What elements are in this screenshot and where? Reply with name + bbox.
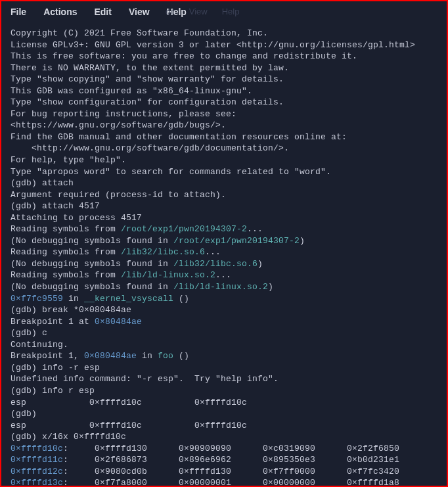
terminal-line: (gdb) attach: [11, 177, 437, 189]
terminal-line: Argument required (process-id to attach)…: [11, 189, 437, 201]
terminal-output[interactable]: Copyright (C) 2021 Free Software Foundat…: [1, 22, 447, 487]
terminal-line: License GPLv3+: GNU GPL version 3 or lat…: [11, 39, 437, 51]
terminal-line: There is NO WARRANTY, to the extent perm…: [11, 62, 437, 74]
terminal-line: 0×ffffd12c: 0×9080cd0b 0×ffffd130 0×f7ff…: [11, 466, 437, 478]
terminal-line: (gdb) break *0×080484ae: [11, 304, 437, 316]
terminal-line: <https://www.gnu.org/software/gdb/bugs/>…: [11, 120, 437, 131]
terminal-line: (No debugging symbols found in /lib32/li…: [11, 258, 437, 270]
terminal-line: (gdb) attach 4517: [11, 200, 437, 212]
terminal-line: Copyright (C) 2021 Free Software Foundat…: [11, 28, 437, 39]
terminal-line: 0×ffffd13c: 0×f7fa8000 0×00000001 0×0000…: [11, 477, 437, 487]
terminal-line: For bug reporting instructions, please s…: [11, 108, 437, 120]
terminal-line: <http://www.gnu.org/software/gdb/documen…: [11, 143, 437, 154]
terminal-line: (gdb): [11, 408, 437, 420]
terminal-line: (gdb) info -r esp: [11, 362, 437, 374]
terminal-line: Continuing.: [11, 339, 437, 351]
terminal-line: For help, type "help".: [11, 154, 437, 166]
terminal-line: (gdb) x/16x 0×ffffd10c: [11, 431, 437, 443]
menu-view[interactable]: View: [126, 5, 152, 18]
terminal-line: (No debugging symbols found in /lib/ld-l…: [11, 281, 437, 293]
terminal-line: (No debugging symbols found in /root/exp…: [11, 235, 437, 247]
terminal-line: This GDB was configured as "x86_64-linux…: [11, 85, 437, 97]
terminal-line: Type "show configuration" for configurat…: [11, 97, 437, 108]
terminal-line: 0×ffffd10c: 0×ffffd130 0×90909090 0×c031…: [11, 443, 437, 455]
terminal-line: Attaching to process 4517: [11, 212, 437, 224]
terminal-line: esp 0×ffffd10c 0×ffffd10c: [11, 420, 437, 432]
terminal-line: Type "show copying" and "show warranty" …: [11, 74, 437, 85]
terminal-line: Reading symbols from /lib32/libc.so.6...: [11, 246, 437, 258]
menu-actions[interactable]: Actions: [41, 5, 79, 18]
terminal-line: (gdb) info r esp: [11, 385, 437, 397]
terminal-line: Reading symbols from /lib/ld-linux.so.2.…: [11, 269, 437, 281]
terminal-line: Undefined info command: "-r esp". Try "h…: [11, 373, 437, 385]
terminal-line: This is free software: you are free to c…: [11, 51, 437, 62]
terminal-line: Breakpoint 1 at 0×80484ae: [11, 316, 437, 328]
menu-edit[interactable]: Edit: [91, 5, 114, 18]
menubar-shadow: dit View Help: [158, 5, 247, 18]
terminal-line: Breakpoint 1, 0×080484ae in foo (): [11, 350, 437, 362]
menu-file[interactable]: File: [8, 5, 29, 18]
terminal-line: (gdb) c: [11, 327, 437, 339]
terminal-line: esp 0×ffffd10c 0×ffffd10c: [11, 397, 437, 409]
terminal-line: Find the GDB manual and other documentat…: [11, 131, 437, 143]
terminal-line: Type "apropos word" to search for comman…: [11, 166, 437, 178]
terminal-line: Reading symbols from /root/exp1/pwn20194…: [11, 223, 437, 235]
terminal-line: 0×f7fc9559 in __kernel_vsyscall (): [11, 293, 437, 305]
terminal-line: 0×ffffd11c: 0×2f686873 0×896e6962 0×8953…: [11, 454, 437, 466]
